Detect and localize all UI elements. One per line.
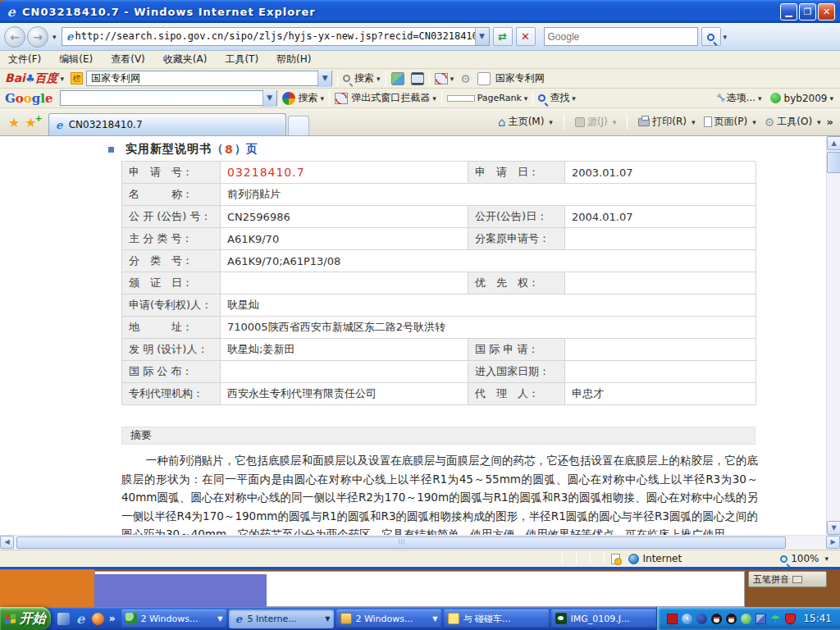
menu-help[interactable]: 帮助(H) [276, 52, 311, 66]
horizontal-scrollbar[interactable]: ◀ ▶ [0, 535, 840, 550]
page-button[interactable]: 页面(P)▾ [701, 115, 759, 129]
minimize-button[interactable]: ▁ [780, 3, 797, 21]
back-button[interactable]: ← [4, 26, 25, 48]
baidu-site-link[interactable]: 国家专利网 [495, 71, 545, 85]
ime-keyboard-icon[interactable] [792, 576, 802, 583]
google-search-button[interactable]: 搜索 [299, 91, 318, 105]
pagerank-label[interactable]: PageRank [477, 93, 522, 103]
command-bar: ⌂主页(M)▾ 源(J)▾ 打印(R)▾ 页面(P)▾ ⚙工具(O)▾ » [495, 108, 840, 135]
image-search-icon[interactable] [391, 72, 404, 85]
taskbar-clock[interactable]: 15:41 [803, 613, 832, 624]
media-player-icon[interactable] [92, 613, 104, 625]
search-go-button[interactable] [701, 27, 721, 46]
google-popup-dropdown[interactable]: ▾ [432, 94, 436, 103]
baidu-hot-icon[interactable]: 榜 [71, 72, 83, 84]
taskbar-button-document[interactable]: 与 碰碰车... [444, 609, 549, 628]
tray-user-icon[interactable] [741, 614, 751, 624]
baidu-search-dropdown[interactable]: ▾ [377, 75, 381, 83]
google-combo-dropdown[interactable]: ▼ [262, 89, 276, 107]
menu-edit[interactable]: 编辑(E) [59, 52, 93, 66]
address-bar[interactable]: e ▼ [62, 27, 490, 46]
baidu-logo-dropdown[interactable]: ▾ [61, 75, 65, 83]
taskbar-button-windows-group[interactable]: 2 Windows... ▼ [121, 609, 226, 628]
ime-mode-label[interactable]: 五笔拼音 [753, 573, 789, 586]
menu-file[interactable]: 文件(F) [8, 52, 41, 66]
popup-blocker-dropdown[interactable]: ▾ [450, 75, 454, 83]
taskbar-button-image-viewer[interactable]: IMG_0109.J... [551, 609, 656, 628]
menu-favorites[interactable]: 收藏夹(A) [163, 52, 208, 66]
tools-dropdown[interactable]: ▾ [817, 118, 821, 126]
start-button[interactable]: 开始 [0, 607, 51, 630]
zoom-control[interactable]: 100% ▾ [780, 553, 840, 564]
tab-active[interactable]: e CN03218410.7 [48, 113, 286, 135]
ie-quicklaunch-icon[interactable]: e [75, 613, 87, 625]
quicklaunch-overflow-icon[interactable]: » [109, 613, 116, 624]
scroll-up-button[interactable]: ▲ [827, 136, 840, 150]
recent-pages-dropdown[interactable]: ▾ [52, 33, 57, 41]
find-button[interactable]: 查找 [550, 91, 569, 105]
popup-blocker-icon[interactable] [435, 73, 448, 84]
maximize-button[interactable]: ❐ [799, 3, 816, 21]
pages-link[interactable]: 页 [246, 142, 258, 157]
tray-umbrella-icon[interactable]: ☂ [770, 614, 781, 624]
new-tab-stub[interactable] [288, 116, 309, 135]
google-popup-blocker-label[interactable]: 弹出式窗口拦截器 [351, 91, 430, 105]
baidu-search-button[interactable]: 搜索 [354, 71, 374, 85]
toolbar-overflow-button[interactable]: » [827, 116, 833, 128]
horizontal-scroll-thumb[interactable] [16, 536, 786, 549]
tray-network-icon[interactable] [756, 614, 766, 624]
add-favorite-icon[interactable]: ★ [25, 115, 36, 130]
address-dropdown-button[interactable]: ▼ [475, 28, 489, 45]
tray-qq-icon-2[interactable] [726, 614, 737, 624]
options-dropdown[interactable]: ▾ [758, 94, 762, 103]
search-input[interactable] [545, 31, 697, 43]
google-popup-blocker-icon[interactable] [335, 93, 348, 104]
refresh-button[interactable]: ⇄ [493, 27, 513, 46]
account-dropdown[interactable]: ▾ [829, 94, 833, 103]
zoom-dropdown[interactable]: ▾ [824, 555, 829, 563]
window-titlebar[interactable]: e CN03218410.7 - Windows Internet Explor… [0, 0, 840, 23]
page-dropdown[interactable]: ▾ [752, 118, 756, 126]
taskbar-button-explorer-group[interactable]: 2 Windows... ▼ [336, 609, 441, 628]
forward-button[interactable]: → [27, 26, 48, 48]
scroll-right-button[interactable]: ▶ [826, 536, 840, 549]
taskbar-button-ie-group[interactable]: e 5 Interne... ▼ [229, 609, 334, 628]
tray-red-badge-icon[interactable] [667, 614, 678, 624]
tray-antivirus-shield-icon[interactable] [785, 614, 796, 624]
menu-tools[interactable]: 工具(T) [225, 52, 258, 66]
show-desktop-icon[interactable] [57, 613, 70, 625]
video-search-icon[interactable] [411, 72, 424, 85]
home-button[interactable]: ⌂主页(M)▾ [495, 115, 555, 130]
scroll-left-button[interactable]: ◀ [0, 536, 14, 549]
google-search-dropdown[interactable]: ▾ [321, 94, 325, 103]
search-box[interactable] [544, 27, 698, 46]
search-options-dropdown[interactable]: ▾ [724, 33, 728, 41]
image-viewer-icon [555, 613, 567, 624]
close-button[interactable]: ✕ [818, 3, 835, 21]
print-dropdown[interactable]: ▾ [692, 118, 696, 126]
separator [441, 91, 442, 106]
account-button[interactable]: byb2009 [784, 93, 828, 104]
baidu-combo-dropdown[interactable]: ▼ [317, 70, 331, 87]
tray-collapse-arrow-icon[interactable]: ‹ [682, 614, 692, 624]
google-search-combo[interactable]: ▼ [60, 90, 277, 106]
tray-qq-icon[interactable] [711, 614, 722, 624]
pagerank-dropdown[interactable]: ▾ [524, 94, 528, 103]
home-dropdown[interactable]: ▾ [549, 118, 553, 126]
tools-button[interactable]: ⚙工具(O)▾ [762, 115, 824, 129]
stop-button[interactable]: ✕ [516, 27, 536, 46]
tray-messenger-icon[interactable] [696, 614, 707, 624]
scroll-down-button[interactable]: ▼ [827, 521, 840, 535]
menu-view[interactable]: 查看(V) [111, 52, 145, 66]
url-input[interactable] [75, 29, 475, 44]
baidu-search-combo[interactable]: 国家专利网 ▼ [86, 71, 332, 86]
highlight-icon[interactable] [477, 72, 491, 85]
find-dropdown[interactable]: ▾ [572, 94, 576, 103]
print-button[interactable]: 打印(R)▾ [636, 115, 697, 129]
gear-icon[interactable]: ⚙ [460, 72, 471, 85]
favorites-star-icon[interactable]: ★ [8, 115, 20, 130]
vertical-scroll-thumb[interactable] [827, 152, 840, 173]
vertical-scrollbar[interactable]: ▲ ▼ [826, 136, 840, 535]
ime-toolbar[interactable]: 五笔拼音 [748, 571, 827, 587]
options-button[interactable]: 选项... [727, 91, 756, 105]
